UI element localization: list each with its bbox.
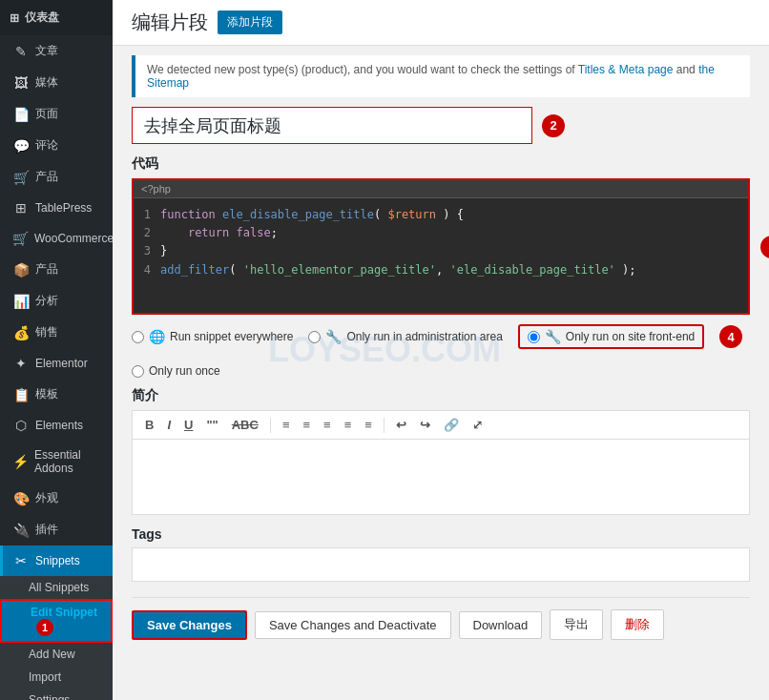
add-snippet-button[interactable]: 添加片段 xyxy=(218,10,282,34)
page-title: 编辑片段 xyxy=(132,10,208,35)
code-editor-body[interactable]: 1 function ele_disable_page_title( $retu… xyxy=(134,198,748,313)
toolbar-divider-2 xyxy=(384,418,384,433)
export-button[interactable]: 导出 xyxy=(550,609,603,640)
tags-section: Tags xyxy=(132,526,750,582)
toolbar-strikethrough[interactable]: ABC xyxy=(227,416,263,434)
sidebar-item-analytics[interactable]: 📊 分析 xyxy=(0,285,113,317)
tablepress-icon: ⊞ xyxy=(12,200,30,216)
code-editor[interactable]: <?php 1 function ele_disable_page_title(… xyxy=(132,178,750,315)
sidebar-item-woocommerce[interactable]: 🛒 WooCommerce xyxy=(0,223,113,254)
sidebar-item-tablepress[interactable]: ⊞ TablePress xyxy=(0,193,113,223)
run-admin-label: Only run in administration area xyxy=(346,330,502,343)
snippets-icon: ✂ xyxy=(12,553,30,568)
delete-button[interactable]: 删除 xyxy=(611,609,664,640)
code-section-label: 代码 xyxy=(132,155,750,173)
sidebar-logo: ⊞ 仪表盘 xyxy=(0,0,113,35)
badge-3: 3 xyxy=(760,236,769,258)
code-section-wrapper: <?php 1 function ele_disable_page_title(… xyxy=(132,178,750,315)
code-line-4: 4 add_filter( 'hello_elementor_page_titl… xyxy=(134,261,740,279)
toolbar-align-right[interactable]: ≡ xyxy=(360,416,377,434)
snippet-title-input[interactable] xyxy=(132,107,532,144)
main-content: 编辑片段 添加片段 We detected new post type(s) (… xyxy=(113,0,769,700)
description-section: 简介 B I U "" ABC ≡ ≡ ≡ ≡ ≡ ↩ ↪ 🔗 ⤢ xyxy=(132,387,750,515)
run-everywhere-option[interactable]: 🌐 Run snippet everywhere xyxy=(132,329,293,344)
run-once-radio[interactable] xyxy=(132,365,144,378)
posts-icon: ✎ xyxy=(12,44,30,59)
toolbar-ul[interactable]: ≡ xyxy=(278,416,295,434)
sidebar-item-essential-addons[interactable]: ⚡ Essential Addons xyxy=(0,441,113,483)
download-button[interactable]: Download xyxy=(459,611,543,639)
notice-link-titles[interactable]: Titles & Meta page xyxy=(578,63,674,76)
run-everywhere-radio[interactable] xyxy=(132,331,144,343)
code-line-3: 3 } xyxy=(134,242,740,260)
toolbar-ol[interactable]: ≡ xyxy=(299,416,316,434)
woocommerce-icon: 🛒 xyxy=(12,231,29,246)
run-once-option[interactable]: Only run once xyxy=(132,364,220,378)
products-icon: 📦 xyxy=(12,262,30,278)
tags-input[interactable] xyxy=(132,547,750,582)
sidebar-item-elements[interactable]: ⬡ Elements xyxy=(0,410,113,441)
sidebar-item-comments[interactable]: 💬 评论 xyxy=(0,130,113,161)
submenu-settings[interactable]: Settings xyxy=(0,689,113,700)
appearance-icon: 🎨 xyxy=(12,491,30,506)
essential-addons-icon: ⚡ xyxy=(12,454,29,469)
sidebar-item-posts[interactable]: ✎ 文章 xyxy=(0,35,113,67)
badge-4: 4 xyxy=(719,325,742,348)
sidebar-item-elementor[interactable]: ✦ Elementor xyxy=(0,348,113,379)
footer-actions: Save Changes Save Changes and Deactivate… xyxy=(132,597,750,640)
analytics-icon: 📊 xyxy=(12,294,30,309)
snippets-submenu: All Snippets Edit Snippet1 Add New Impor… xyxy=(0,576,113,700)
run-options: 🌐 Run snippet everywhere 🔧 Only run in a… xyxy=(132,324,750,378)
submenu-all-snippets[interactable]: All Snippets xyxy=(0,576,113,599)
save-changes-button[interactable]: Save Changes xyxy=(132,610,247,640)
sidebar-item-products[interactable]: 📦 产品 xyxy=(0,254,113,285)
toolbar-bold[interactable]: B xyxy=(140,416,158,434)
editor-toolbar: B I U "" ABC ≡ ≡ ≡ ≡ ≡ ↩ ↪ 🔗 ⤢ xyxy=(132,410,750,439)
description-editor-body[interactable] xyxy=(132,439,750,515)
run-admin-radio[interactable] xyxy=(308,331,321,343)
pages-icon: 📄 xyxy=(12,107,30,122)
toolbar-undo[interactable]: ↩ xyxy=(391,416,411,434)
badge-2: 2 xyxy=(542,114,565,137)
toolbar-link[interactable]: 🔗 xyxy=(439,416,464,434)
save-deactivate-button[interactable]: Save Changes and Deactivate xyxy=(255,611,451,639)
dashboard-icon: ⊞ xyxy=(10,11,19,25)
description-label: 简介 xyxy=(132,387,750,404)
sidebar-item-media[interactable]: 🖼 媒体 xyxy=(0,67,113,98)
notice-and: and xyxy=(676,63,698,76)
snippet-title-row: 2 xyxy=(132,107,750,144)
sidebar-item-sales[interactable]: 💰 销售 xyxy=(0,317,113,348)
toolbar-align-center[interactable]: ≡ xyxy=(340,416,357,434)
sidebar: ⊞ 仪表盘 ✎ 文章 🖼 媒体 📄 页面 💬 评论 🛒 产品 ⊞ TablePr… xyxy=(0,0,113,700)
code-line-1: 1 function ele_disable_page_title( $retu… xyxy=(134,206,740,224)
sidebar-item-pages[interactable]: 📄 页面 xyxy=(0,98,113,130)
sidebar-item-templates[interactable]: 📋 模板 xyxy=(0,379,113,410)
submenu-edit-snippet[interactable]: Edit Snippet1 xyxy=(0,599,113,643)
tags-label: Tags xyxy=(132,526,750,542)
elements-icon: ⬡ xyxy=(12,418,30,433)
products-top-icon: 🛒 xyxy=(12,170,30,185)
submenu-add-new[interactable]: Add New xyxy=(0,643,113,666)
sidebar-item-snippets[interactable]: ✂ Snippets xyxy=(0,546,113,576)
sidebar-item-appearance[interactable]: 🎨 外观 xyxy=(0,483,113,514)
page-header: 编辑片段 添加片段 xyxy=(113,0,769,46)
toolbar-align-left[interactable]: ≡ xyxy=(319,416,336,434)
toolbar-italic[interactable]: I xyxy=(162,416,176,434)
comments-icon: 💬 xyxy=(12,138,30,154)
toolbar-underline[interactable]: U xyxy=(179,416,197,434)
run-everywhere-label: Run snippet everywhere xyxy=(170,330,293,343)
run-admin-option[interactable]: 🔧 Only run in administration area xyxy=(308,329,502,344)
sidebar-item-products-top[interactable]: 🛒 产品 xyxy=(0,161,113,193)
run-once-label: Only run once xyxy=(149,364,220,378)
toolbar-fullscreen[interactable]: ⤢ xyxy=(468,416,488,434)
toolbar-redo[interactable]: ↪ xyxy=(415,416,435,434)
content-area: 2 代码 <?php 1 function ele_disable_page_t… xyxy=(113,107,769,659)
toolbar-quote[interactable]: "" xyxy=(201,416,222,434)
run-frontend-option[interactable]: 🔧 Only run on site front-end xyxy=(518,324,704,349)
sales-icon: 💰 xyxy=(12,325,30,340)
run-frontend-radio[interactable] xyxy=(528,331,540,343)
notice-bar: We detected new post type(s) (product), … xyxy=(132,55,750,97)
sidebar-item-plugins[interactable]: 🔌 插件 xyxy=(0,514,113,546)
submenu-import[interactable]: Import xyxy=(0,666,113,689)
run-frontend-label: Only run on site front-end xyxy=(566,330,695,343)
